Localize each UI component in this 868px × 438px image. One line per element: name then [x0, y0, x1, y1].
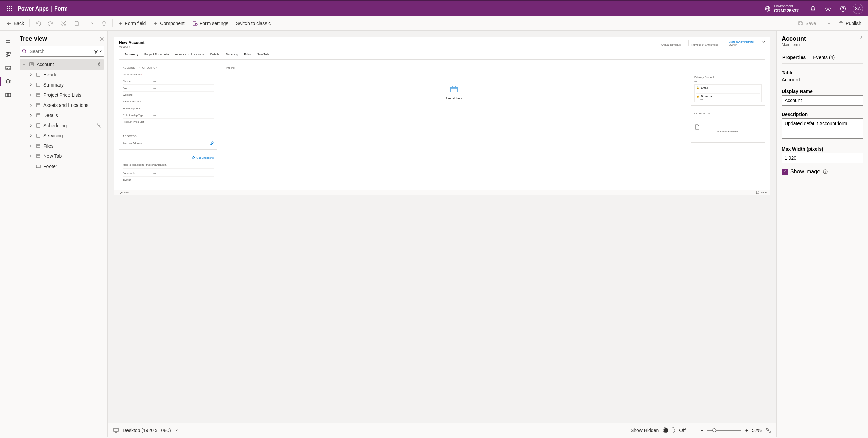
- close-icon: [99, 37, 104, 41]
- tree-item-project-price-lists[interactable]: Project Price Lists: [20, 90, 104, 100]
- toggle-state-label: Off: [679, 427, 685, 433]
- zoom-slider[interactable]: [707, 430, 741, 431]
- preview-tab-summary[interactable]: Summary: [124, 51, 139, 59]
- preview-tab-servicing[interactable]: Servicing: [225, 51, 239, 59]
- settings-button[interactable]: [821, 1, 835, 17]
- rail-tree[interactable]: [0, 75, 16, 88]
- preview-field[interactable]: Ticker Symbol---: [123, 105, 214, 112]
- notifications-button[interactable]: [806, 1, 821, 17]
- preview-tab-details[interactable]: Details: [210, 51, 220, 59]
- preview-field[interactable]: Relationship Type---: [123, 112, 214, 119]
- preview-tab-project-price-lists[interactable]: Project Price Lists: [144, 51, 170, 59]
- tree-item-footer[interactable]: Footer: [20, 161, 104, 171]
- tree-item-scheduling[interactable]: Scheduling: [20, 120, 104, 131]
- add-component-button[interactable]: Component: [150, 17, 188, 30]
- expand-icon[interactable]: [118, 191, 121, 194]
- paste-dropdown[interactable]: [87, 17, 97, 30]
- save-button[interactable]: Save: [794, 17, 820, 30]
- preview-field[interactable]: Account Name*---: [123, 71, 214, 78]
- svg-rect-8: [11, 10, 12, 11]
- section-timeline[interactable]: Timeline Almost there: [221, 63, 687, 119]
- form-icon: [29, 62, 34, 67]
- svg-rect-38: [37, 154, 40, 158]
- tab-properties[interactable]: Properties: [782, 52, 806, 63]
- expand-props-button[interactable]: [859, 35, 863, 39]
- preview-tab-assets-and-locations[interactable]: Assets and Locations: [174, 51, 205, 59]
- preview-field[interactable]: Fax---: [123, 85, 214, 92]
- device-label[interactable]: Desktop (1920 x 1080): [123, 427, 171, 433]
- undo-button[interactable]: [32, 17, 44, 30]
- input-max-width[interactable]: [782, 153, 863, 163]
- paste-button[interactable]: [71, 17, 83, 30]
- input-description[interactable]: [782, 118, 863, 139]
- preview-field[interactable]: Product Price List---: [123, 119, 214, 125]
- chevron-down-icon[interactable]: [175, 429, 178, 432]
- tree-item-header[interactable]: Header: [20, 70, 104, 80]
- publish-button[interactable]: Publish: [835, 17, 865, 30]
- chevron-down-icon[interactable]: [762, 40, 765, 44]
- tree-item-summary[interactable]: Summary: [20, 80, 104, 90]
- preview-statusbar: Active Save: [114, 190, 770, 195]
- form-settings-button[interactable]: Form settings: [189, 17, 232, 30]
- help-button[interactable]: [835, 1, 850, 17]
- filter-icon: [94, 49, 98, 54]
- rail-hamburger[interactable]: [0, 34, 16, 47]
- preview-tab-new-tab[interactable]: New Tab: [256, 51, 269, 59]
- section-contacts[interactable]: CONTACTS⋮ No data available.: [691, 109, 765, 143]
- tree-item-servicing[interactable]: Servicing: [20, 131, 104, 141]
- preview-save-button[interactable]: Save: [756, 191, 767, 194]
- rail-components[interactable]: [0, 47, 16, 61]
- preview-tab-files[interactable]: Files: [243, 51, 251, 59]
- tree-item-new-tab[interactable]: New Tab: [20, 151, 104, 161]
- tab-events[interactable]: Events (4): [812, 52, 835, 63]
- svg-rect-2: [11, 6, 12, 7]
- undo-icon: [35, 21, 41, 26]
- tree-item-assets-and-locations[interactable]: Assets and Locations: [20, 100, 104, 110]
- rail-library[interactable]: [0, 88, 16, 102]
- tree-search-input[interactable]: [20, 46, 92, 57]
- switch-classic-button[interactable]: Switch to classic: [233, 17, 274, 30]
- info-icon[interactable]: [823, 169, 828, 174]
- fit-to-screen-button[interactable]: [766, 427, 771, 433]
- form-preview[interactable]: New Account Account ---Annual Revenue --…: [114, 37, 770, 195]
- contacts-more-icon[interactable]: ⋮: [758, 112, 762, 117]
- preview-field[interactable]: Parent Account---: [123, 98, 214, 105]
- section-primary-contact[interactable]: Primary Contact --- 🔒Email --- 🔒Business…: [691, 73, 765, 106]
- section-blank[interactable]: [691, 63, 765, 69]
- checkbox-show-image[interactable]: ✓: [782, 169, 788, 175]
- zoom-in-button[interactable]: +: [745, 427, 748, 433]
- section-address[interactable]: ADDRESS Service Address---: [119, 132, 217, 150]
- edit-address-icon[interactable]: [210, 141, 214, 145]
- delete-button[interactable]: [98, 17, 110, 30]
- tree-item-files[interactable]: Files: [20, 141, 104, 151]
- svg-rect-16: [75, 22, 78, 26]
- preview-field[interactable]: Phone---: [123, 78, 214, 85]
- rail-fields[interactable]: Abc: [0, 61, 16, 75]
- close-tree-button[interactable]: [99, 37, 104, 41]
- section-map[interactable]: Get Directions Map is disabled for this …: [119, 153, 217, 186]
- preview-field[interactable]: Website---: [123, 92, 214, 98]
- account-button[interactable]: SA: [850, 1, 865, 17]
- cut-button[interactable]: [58, 17, 70, 30]
- add-form-field-button[interactable]: Form field: [115, 17, 149, 30]
- redo-button[interactable]: [45, 17, 57, 30]
- section-account-info[interactable]: ACCOUNT INFORMATION Account Name*---Phon…: [119, 63, 217, 128]
- svg-rect-5: [11, 8, 12, 9]
- svg-point-15: [64, 24, 66, 25]
- tree-filter-button[interactable]: [92, 46, 104, 57]
- svg-rect-37: [37, 144, 40, 148]
- preview-tabs: SummaryProject Price ListsAssets and Loc…: [119, 51, 765, 60]
- get-directions-link[interactable]: Get Directions: [123, 156, 214, 159]
- tree-item-details[interactable]: Details: [20, 110, 104, 120]
- app-launcher[interactable]: [3, 1, 16, 17]
- svg-rect-7: [9, 10, 10, 11]
- input-display-name[interactable]: [782, 95, 863, 106]
- environment-picker[interactable]: Environment CRM226537: [765, 4, 799, 13]
- avatar: SA: [853, 4, 863, 14]
- tree-root-account[interactable]: Account: [20, 59, 104, 70]
- back-button[interactable]: Back: [3, 17, 27, 30]
- svg-rect-32: [37, 93, 40, 97]
- show-hidden-toggle[interactable]: [663, 427, 675, 433]
- zoom-out-button[interactable]: −: [701, 427, 703, 433]
- save-dropdown[interactable]: [824, 17, 834, 30]
